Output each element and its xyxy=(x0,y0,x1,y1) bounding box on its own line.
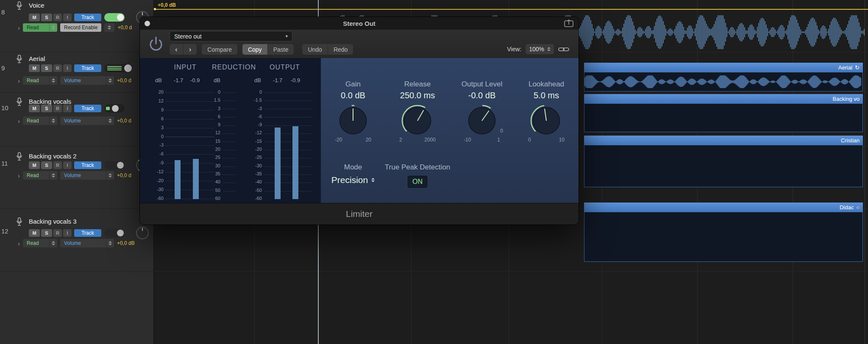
region-body-aerial[interactable] xyxy=(584,72,863,92)
mute-button[interactable]: M xyxy=(29,229,40,237)
automation-param-selector[interactable]: Volume xyxy=(60,117,114,125)
record-ready-button[interactable]: R xyxy=(53,64,62,72)
solo-button[interactable]: S xyxy=(41,229,52,237)
zoom-select[interactable]: 100% xyxy=(526,44,554,54)
input-monitor-button[interactable]: I xyxy=(63,229,72,237)
compare-button[interactable]: Compare xyxy=(202,44,237,55)
automation-node[interactable] xyxy=(154,8,156,10)
stepper[interactable] xyxy=(49,23,57,32)
release-knob[interactable] xyxy=(400,103,435,139)
knob-min-label: -20 xyxy=(335,137,342,143)
stepper[interactable] xyxy=(106,117,114,125)
solo-button[interactable]: S xyxy=(41,161,52,169)
input-monitor-button[interactable]: I xyxy=(63,14,72,21)
next-preset-button[interactable]: › xyxy=(183,44,197,55)
solo-button[interactable]: S xyxy=(41,14,52,21)
stepper[interactable] xyxy=(49,171,57,180)
disclosure-arrow-icon[interactable]: › xyxy=(18,240,20,247)
region-header-cristian[interactable]: Cristian xyxy=(584,136,863,145)
output-level-knob[interactable] xyxy=(464,103,500,139)
automation-line[interactable] xyxy=(153,9,868,10)
track-on-button[interactable]: Track xyxy=(74,229,101,237)
region-header-didac[interactable]: Didac ○ xyxy=(584,203,863,212)
stepper[interactable] xyxy=(106,239,114,247)
automation-mode-button[interactable]: Read xyxy=(23,76,57,85)
undo-button[interactable]: Undo xyxy=(302,44,327,55)
reduction-meter-title: REDUCTION xyxy=(212,64,256,71)
track-on-button[interactable]: Track xyxy=(74,161,101,169)
mute-button[interactable]: M xyxy=(29,14,40,21)
knob-value: 0.0 dB xyxy=(341,91,365,100)
automation-mode-button[interactable]: Read xyxy=(23,171,57,180)
plugin-header: Stereo out ▾ ‹ › Compare Copy Paste Undo… xyxy=(140,30,579,58)
track-power-toggle[interactable] xyxy=(104,13,125,22)
track-power-toggle[interactable] xyxy=(104,64,132,72)
track-row-backing-vocals-3[interactable]: 12 Backing vocals 3 M S R I Track › Read xyxy=(0,208,153,272)
track-power-toggle[interactable] xyxy=(104,229,125,237)
record-ready-button[interactable]: R xyxy=(53,14,62,21)
track-power-toggle[interactable] xyxy=(104,104,125,113)
region-header-backing-vocals[interactable]: Backing vo xyxy=(584,94,863,103)
stepper[interactable] xyxy=(106,76,114,85)
lookahead-knob[interactable] xyxy=(529,103,564,139)
track-name[interactable]: Voice xyxy=(29,2,45,9)
previous-preset-button[interactable]: ‹ xyxy=(170,44,183,55)
track-on-button[interactable]: Track xyxy=(74,14,101,21)
record-ready-button[interactable]: R xyxy=(53,229,62,237)
track-on-button[interactable]: Track xyxy=(74,64,101,72)
track-row-voice[interactable]: 8 Voice M S R I Track › Read Record E xyxy=(0,0,153,52)
input-monitor-button[interactable]: I xyxy=(63,161,72,169)
input-monitor-button[interactable]: I xyxy=(63,64,72,72)
mute-button[interactable]: M xyxy=(29,161,40,169)
region-header-aerial[interactable]: Aerial ↻ xyxy=(584,63,863,72)
region-body-backing-vocals[interactable] xyxy=(584,103,863,132)
link-window-icon[interactable] xyxy=(564,19,573,27)
automation-mode-button[interactable]: Read xyxy=(23,117,57,125)
record-ready-button[interactable]: R xyxy=(53,105,62,112)
copy-button[interactable]: Copy xyxy=(242,44,267,55)
output-scale-label: -30 xyxy=(255,164,262,168)
record-ready-button[interactable]: R xyxy=(53,161,62,169)
automation-param-selector[interactable]: Volume xyxy=(60,76,114,85)
automation-mode-button[interactable]: Read xyxy=(23,23,57,32)
true-peak-toggle[interactable]: ON xyxy=(408,176,427,188)
link-icon[interactable] xyxy=(558,46,569,53)
automation-param-selector[interactable]: Volume xyxy=(60,239,114,247)
param-stepper[interactable] xyxy=(104,23,114,32)
region-body-didac[interactable] xyxy=(584,212,863,262)
region-body-cristian[interactable] xyxy=(584,145,863,187)
stepper[interactable] xyxy=(49,239,57,247)
mute-button[interactable]: M xyxy=(29,105,40,112)
track-on-button[interactable]: Track xyxy=(74,105,101,112)
track-row-backing-vocals[interactable]: 10 Backing vocals M S R I Track › Read xyxy=(0,92,153,147)
mode-selector[interactable]: Precision xyxy=(331,175,375,185)
track-name[interactable]: Aerial xyxy=(29,55,45,62)
track-row-aerial[interactable]: 9 Aerial M S R I Track › Read Volum xyxy=(0,52,153,93)
automation-mode-button[interactable]: Read xyxy=(23,239,57,247)
redo-button[interactable]: Redo xyxy=(328,44,353,55)
automation-param-selector[interactable]: Volume xyxy=(60,171,114,180)
track-row-backing-vocals-2[interactable]: 11 Backing vocals 2 M S R I Track › Read xyxy=(0,146,153,209)
stepper[interactable] xyxy=(106,171,114,180)
circle-icon: ○ xyxy=(856,205,860,210)
channel-strip-selector[interactable]: Stereo out ▾ xyxy=(170,31,292,42)
disclosure-arrow-icon[interactable]: › xyxy=(18,25,20,31)
input-monitor-button[interactable]: I xyxy=(63,105,72,112)
track-power-toggle[interactable] xyxy=(104,161,125,169)
plugin-titlebar[interactable]: Stereo Out xyxy=(140,17,579,30)
disclosure-arrow-icon[interactable]: › xyxy=(18,78,20,84)
stepper[interactable] xyxy=(49,76,57,85)
pan-knob[interactable] xyxy=(136,227,149,239)
solo-button[interactable]: S xyxy=(41,64,52,72)
automation-param-label: Volume xyxy=(64,240,81,246)
disclosure-arrow-icon[interactable]: › xyxy=(18,172,20,179)
solo-button[interactable]: S xyxy=(41,105,52,112)
disclosure-arrow-icon[interactable]: › xyxy=(18,118,20,124)
stepper[interactable] xyxy=(49,117,57,125)
gain-knob[interactable] xyxy=(335,103,371,139)
paste-button[interactable]: Paste xyxy=(267,44,294,55)
track-name[interactable]: Backing vocals 3 xyxy=(29,218,77,225)
mute-button[interactable]: M xyxy=(29,64,40,72)
power-button[interactable] xyxy=(147,34,165,53)
close-button[interactable] xyxy=(145,21,150,26)
